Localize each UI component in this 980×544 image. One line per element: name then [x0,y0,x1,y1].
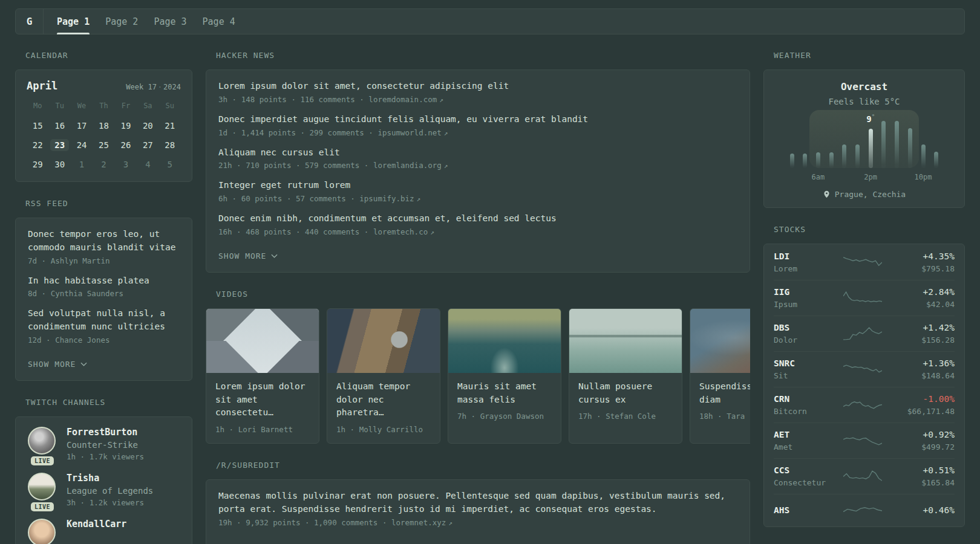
calendar-section-title: CALENDAR [25,51,192,60]
calendar-day[interactable]: 22 [27,135,48,155]
hackernews-item: Integer eget rutrum lorem6h · 60 points … [218,179,737,203]
hackernews-item-meta: 16h · 468 points · 440 comments · loremt… [218,227,737,236]
hackernews-item-title[interactable]: Donec enim nibh, condimentum et accumsan… [218,212,737,225]
hackernews-card: Lorem ipsum dolor sit amet, consectetur … [206,70,750,273]
stock-row[interactable]: SNRCSit+1.36%$148.64 [774,351,955,387]
weather-card: Overcast Feels like 5°C 9° 6am2pm10pm Pr… [763,70,965,208]
rss-item-title[interactable]: In hac habitasse platea [28,274,180,288]
tab-page-4[interactable]: Page 4 [195,9,243,34]
hackernews-item-meta: 3h · 148 points · 116 comments · loremdo… [218,95,737,104]
stock-values: -1.00%$66,171.48 [892,394,955,416]
calendar-day[interactable]: 19 [115,116,137,135]
stock-name: Dolor [774,335,843,345]
twitch-channel-name: ForrestBurton [67,427,144,438]
hackernews-meta-text: 21h · 710 points · 579 comments · [218,161,373,170]
calendar-day-number: 23 [50,139,69,151]
calendar-day-number: 21 [160,120,179,132]
calendar-day[interactable]: 25 [93,135,114,155]
stock-price: $156.28 [892,335,955,345]
calendar-day[interactable]: 18 [93,116,114,135]
avatar [28,519,56,544]
calendar-day[interactable]: 29 [27,155,48,174]
calendar-day[interactable]: 5 [159,155,181,174]
tab-page-3[interactable]: Page 3 [146,9,194,34]
hackernews-item-title[interactable]: Integer eget rutrum lorem [218,179,737,192]
stock-info: AETAmet [774,430,843,452]
calendar-day[interactable]: 17 [71,116,93,135]
subreddit-domain-link[interactable]: loremnet.xyz [391,518,446,527]
weather-temp-bar [829,152,834,168]
weather-condition: Overcast [774,81,955,92]
hour-label: 2pm [864,173,877,181]
video-thumbnail [690,309,750,373]
daylight-region [809,110,919,168]
subreddit-item-title[interactable]: Maecenas mollis pulvinar erat non posuer… [218,490,737,516]
rss-show-more-button[interactable]: SHOW MORE [28,360,87,369]
calendar-day[interactable]: 30 [48,155,70,174]
stock-row[interactable]: CCSConsectetur+0.51%$165.84 [774,458,955,494]
video-card[interactable]: Lorem ipsum dolor sit amet consectetu…1h… [206,308,319,444]
rss-item-title[interactable]: Sed volutpat nulla nisl, a condimentum n… [28,307,180,334]
twitch-channel-name: KendallCarr [67,519,126,529]
external-link-icon: ↗ [444,162,448,170]
app-logo[interactable]: G [16,9,44,34]
video-card[interactable]: Mauris sit amet massa felis7h · Grayson … [448,308,561,444]
stock-row[interactable]: AHS+0.46% [774,494,955,526]
calendar-day[interactable]: 3 [115,155,137,174]
tab-page-1[interactable]: Page 1 [49,9,97,34]
calendar-day[interactable]: 2 [93,155,114,174]
calendar-day[interactable]: 28 [159,135,181,155]
calendar-day-number: 26 [116,139,135,151]
hackernews-meta-text: 3h · 148 points · 116 comments · [218,95,368,104]
stock-info: AHS [774,505,843,515]
calendar-day[interactable]: 24 [71,135,93,155]
calendar-day[interactable]: 15 [27,116,48,135]
tab-page-2[interactable]: Page 2 [97,9,146,34]
hackernews-item-title[interactable]: Donec imperdiet augue tincidunt felis al… [218,113,737,126]
subreddit-item: Maecenas mollis pulvinar erat non posuer… [218,490,737,527]
hackernews-domain-link[interactable]: ipsumworld.net [377,128,441,137]
hackernews-show-more-button[interactable]: SHOW MORE [218,251,278,261]
stock-sparkline [843,501,882,519]
hackernews-domain-link[interactable]: loremlandia.org [373,161,442,170]
hackernews-item-title[interactable]: Aliquam nec cursus elit [218,146,737,160]
calendar-day[interactable]: 23 [48,135,70,155]
hackernews-domain-link[interactable]: loremtech.co [373,227,428,236]
twitch-channel-row[interactable]: LIVETrishaLeague of Legends3h · 1.2k vie… [28,473,180,507]
video-card-body: Mauris sit amet massa felis7h · Grayson … [448,373,561,430]
twitch-channel-row[interactable]: KendallCarr [28,519,180,544]
calendar-day[interactable]: 27 [137,135,158,155]
stock-symbol: LDI [774,251,843,261]
calendar-day[interactable]: 16 [48,116,70,135]
calendar-day[interactable]: 1 [71,155,93,174]
stocks-section-title: STOCKS [774,225,965,234]
weekday-label: Fr [115,97,137,111]
calendar-day[interactable]: 20 [137,116,158,135]
hackernews-item-title[interactable]: Lorem ipsum dolor sit amet, consectetur … [218,80,737,93]
twitch-avatar-wrap: LIVE [28,473,57,507]
rss-item-title[interactable]: Donec tempor eros leo, ut commodo mauris… [28,228,180,254]
hackernews-domain-link[interactable]: loremdomain.com [368,95,437,104]
hackernews-domain-link[interactable]: ipsumify.biz [359,194,414,203]
stock-row[interactable]: AETAmet+0.92%$499.72 [774,423,955,458]
stock-sparkline [843,467,882,485]
stock-name: Ipsum [774,300,843,309]
stock-row[interactable]: CRNBitcorn-1.00%$66,171.48 [774,387,955,423]
hackernews-item: Donec imperdiet augue tincidunt felis al… [218,113,737,137]
video-card[interactable]: Aliquam tempor dolor nec pharetra…1h · M… [327,308,440,444]
stock-info: DBSDolor [774,323,843,345]
calendar-day[interactable]: 21 [159,116,181,135]
stock-row[interactable]: DBSDolor+1.42%$156.28 [774,316,955,351]
stock-values: +1.36%$148.64 [892,358,955,380]
stock-symbol: SNRC [774,358,843,368]
calendar-day[interactable]: 4 [137,155,158,174]
stock-row[interactable]: LDILorem+4.35%$795.18 [774,245,955,280]
external-link-icon: ↗ [439,96,443,104]
external-link-icon: ↗ [417,195,421,203]
video-card[interactable]: Suspendisse diam18h · Tara [690,308,750,444]
twitch-channel-row[interactable]: LIVEForrestBurtonCounter-Strike1h · 1.7k… [28,427,180,461]
stock-row[interactable]: IIGIpsum+2.84%$42.04 [774,280,955,316]
video-card[interactable]: Nullam posuere cursus ex17h · Stefan Col… [569,308,682,444]
calendar-day[interactable]: 26 [115,135,137,155]
calendar-day-number: 27 [139,139,157,151]
